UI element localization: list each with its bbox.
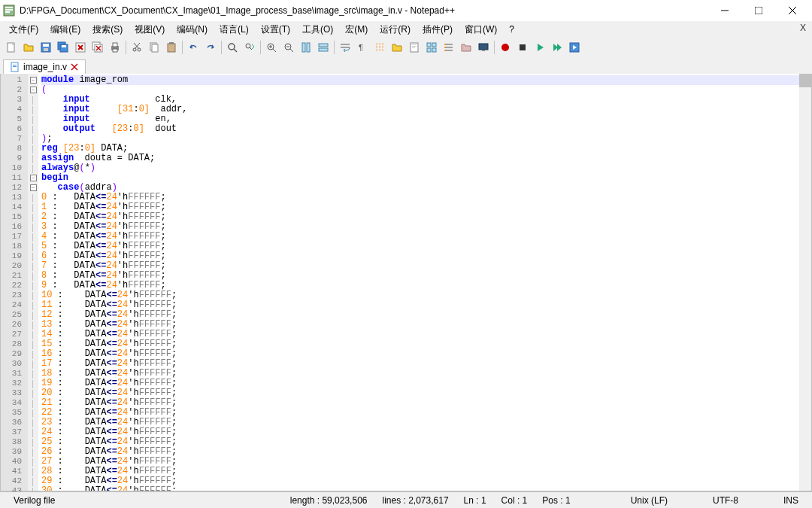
svg-rect-1 bbox=[5, 7, 13, 8]
svg-rect-68 bbox=[479, 44, 488, 50]
vertical-scrollbar[interactable] bbox=[799, 74, 811, 491]
svg-rect-55 bbox=[412, 44, 417, 45]
svg-rect-10 bbox=[43, 44, 49, 47]
tab-label: image_in.v bbox=[23, 62, 67, 72]
svg-rect-11 bbox=[44, 48, 48, 51]
paste-icon[interactable] bbox=[163, 39, 180, 56]
close-file-icon[interactable] bbox=[72, 39, 89, 56]
monitor-icon[interactable] bbox=[475, 39, 492, 56]
svg-rect-30 bbox=[152, 44, 158, 52]
svg-rect-2 bbox=[5, 9, 13, 11]
svg-rect-61 bbox=[432, 48, 436, 52]
sync-v-icon[interactable] bbox=[298, 39, 314, 56]
minimize-button[interactable] bbox=[707, 0, 741, 21]
svg-rect-3 bbox=[5, 11, 10, 13]
undo-icon[interactable] bbox=[185, 39, 201, 56]
wordwrap-icon[interactable] bbox=[337, 39, 353, 56]
sync-h-icon[interactable] bbox=[315, 39, 332, 56]
svg-point-33 bbox=[229, 44, 235, 50]
svg-point-70 bbox=[501, 44, 509, 51]
close-all-icon[interactable] bbox=[89, 39, 106, 56]
open-file-icon[interactable] bbox=[20, 39, 37, 56]
statusbar: Verilog file length : 59,023,506 lines :… bbox=[0, 491, 812, 508]
svg-rect-47 bbox=[319, 48, 328, 51]
tabbar: image_in.v bbox=[0, 57, 812, 74]
maximize-button[interactable] bbox=[741, 0, 775, 21]
replace-icon[interactable] bbox=[241, 39, 258, 56]
show-all-chars-icon[interactable]: ¶ bbox=[354, 39, 371, 56]
extra-x[interactable]: X bbox=[800, 23, 806, 33]
svg-point-25 bbox=[133, 48, 136, 51]
indent-guide-icon[interactable] bbox=[371, 39, 388, 56]
menubar: 文件(F) 编辑(E) 搜索(S) 视图(V) 编码(N) 语言(L) 设置(T… bbox=[0, 21, 812, 38]
status-eol: Unix (LF) bbox=[623, 495, 675, 506]
find-icon[interactable] bbox=[224, 39, 241, 56]
menu-window[interactable]: 窗口(W) bbox=[459, 22, 503, 38]
menu-macro[interactable]: 宏(M) bbox=[339, 22, 374, 38]
scroll-thumb[interactable] bbox=[799, 74, 811, 87]
folder-workspace-icon[interactable] bbox=[458, 39, 474, 56]
svg-rect-44 bbox=[302, 43, 305, 52]
svg-rect-75 bbox=[13, 66, 17, 67]
doc-map-icon[interactable] bbox=[406, 39, 423, 56]
svg-rect-69 bbox=[482, 50, 485, 51]
stop-macro-icon[interactable] bbox=[514, 39, 531, 56]
cut-icon[interactable] bbox=[129, 39, 145, 56]
svg-rect-60 bbox=[427, 48, 431, 52]
menu-plugins[interactable]: 插件(P) bbox=[417, 22, 459, 38]
line-number-gutter: 1234567891011121314151617181920212223242… bbox=[1, 74, 28, 491]
svg-rect-46 bbox=[319, 44, 328, 47]
app-icon bbox=[3, 5, 15, 17]
menu-view[interactable]: 视图(V) bbox=[129, 22, 171, 38]
redo-icon[interactable] bbox=[202, 39, 219, 56]
titlebar: D:\FPGA_Document\CX_Document\CX_Image\01… bbox=[0, 0, 812, 21]
save-all-icon[interactable] bbox=[55, 39, 71, 56]
svg-line-34 bbox=[234, 49, 237, 52]
zoom-out-icon[interactable] bbox=[280, 39, 297, 56]
svg-point-26 bbox=[138, 48, 141, 51]
status-length: length : 59,023,506 bbox=[283, 495, 375, 506]
menu-language[interactable]: 语言(L) bbox=[214, 22, 255, 38]
tab-image-in[interactable]: image_in.v bbox=[3, 59, 86, 74]
zoom-in-icon[interactable] bbox=[263, 39, 280, 56]
menu-settings[interactable]: 设置(T) bbox=[255, 22, 296, 38]
menu-encoding[interactable]: 编码(N) bbox=[171, 22, 214, 38]
menu-edit[interactable]: 编辑(E) bbox=[44, 22, 86, 38]
status-filetype: Verilog file bbox=[6, 495, 62, 506]
fold-gutter: −−││││││││−−││││││││││││││││││││││││││││… bbox=[28, 74, 38, 491]
window-title: D:\FPGA_Document\CX_Document\CX_Image\01… bbox=[20, 5, 707, 16]
play-multi-icon[interactable] bbox=[549, 39, 565, 56]
svg-point-65 bbox=[444, 44, 446, 45]
doc-list-icon[interactable] bbox=[423, 39, 440, 56]
play-macro-icon[interactable] bbox=[532, 39, 548, 56]
save-macro-icon[interactable] bbox=[566, 39, 583, 56]
window-controls bbox=[707, 0, 809, 21]
record-macro-icon[interactable] bbox=[497, 39, 514, 56]
editor[interactable]: 1234567891011121314151617181920212223242… bbox=[0, 74, 812, 491]
menu-run[interactable]: 运行(R) bbox=[374, 22, 417, 38]
new-file-icon[interactable] bbox=[3, 39, 20, 56]
save-icon[interactable] bbox=[38, 39, 54, 56]
svg-rect-24 bbox=[113, 49, 117, 52]
print-icon[interactable] bbox=[107, 39, 123, 56]
svg-point-66 bbox=[444, 47, 446, 48]
tab-close-icon[interactable] bbox=[70, 62, 79, 71]
menu-file[interactable]: 文件(F) bbox=[3, 22, 44, 38]
svg-rect-57 bbox=[412, 47, 415, 48]
menu-help[interactable]: ? bbox=[503, 23, 520, 36]
function-list-icon[interactable] bbox=[441, 39, 457, 56]
svg-rect-71 bbox=[520, 44, 526, 50]
menu-search[interactable]: 搜索(S) bbox=[86, 22, 129, 38]
copy-icon[interactable] bbox=[146, 39, 162, 56]
svg-rect-45 bbox=[307, 43, 310, 52]
svg-line-40 bbox=[273, 49, 276, 52]
status-encoding: UTF-8 bbox=[705, 495, 746, 506]
svg-point-67 bbox=[444, 50, 446, 51]
menu-tools[interactable]: 工具(O) bbox=[296, 22, 339, 38]
folder-icon[interactable] bbox=[389, 39, 405, 56]
code-area[interactable]: module image_rom( input clk, input [31:0… bbox=[38, 74, 811, 491]
svg-line-43 bbox=[290, 49, 293, 52]
svg-line-36 bbox=[250, 47, 252, 50]
close-button[interactable] bbox=[775, 0, 809, 21]
svg-rect-74 bbox=[13, 65, 17, 65]
